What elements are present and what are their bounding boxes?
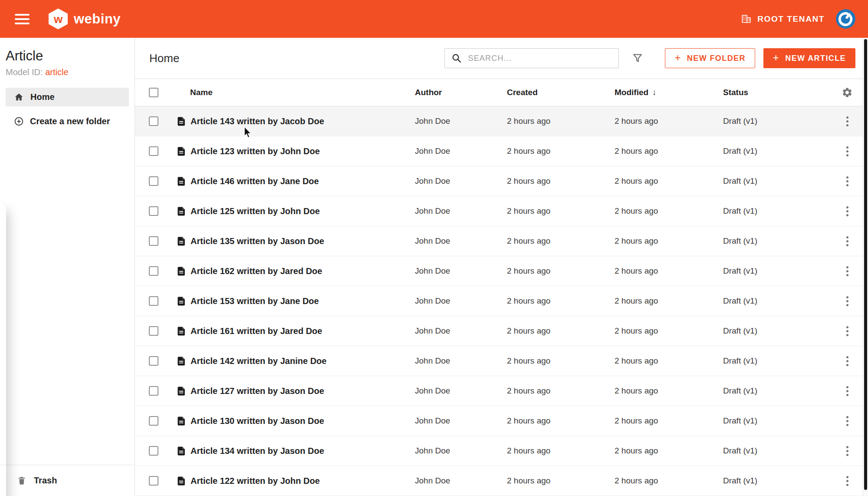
drawer-shadow — [0, 203, 6, 496]
sort-desc-icon: ↓ — [652, 88, 657, 97]
row-checkbox[interactable] — [149, 446, 158, 456]
trash-icon — [17, 476, 26, 486]
menu-icon[interactable] — [15, 14, 30, 24]
author-cell: John Doe — [415, 146, 507, 156]
status-cell: Draft (v1) — [723, 116, 832, 126]
column-header-author[interactable]: Author — [415, 88, 507, 97]
folder-title: Home — [149, 52, 179, 65]
model-id-value-link[interactable]: article — [45, 67, 68, 77]
create-folder-button[interactable]: Create a new folder — [6, 112, 129, 130]
row-menu-button[interactable] — [844, 443, 851, 459]
row-menu-button[interactable] — [844, 473, 851, 489]
row-menu-button[interactable] — [844, 294, 851, 309]
table-row[interactable]: Article 153 written by Jane Doe John Doe… — [135, 286, 868, 316]
webiny-logo[interactable]: w webiny — [49, 9, 121, 30]
row-checkbox[interactable] — [149, 386, 158, 396]
created-cell: 2 hours ago — [507, 176, 615, 186]
table-row[interactable]: Article 125 written by John Doe John Doe… — [135, 196, 868, 226]
table-row[interactable]: Article 127 written by Jason Doe John Do… — [135, 376, 868, 406]
article-name: Article 122 written by John Doe — [191, 476, 320, 486]
row-checkbox[interactable] — [149, 356, 158, 366]
article-name: Article 146 written by Jane Doe — [191, 176, 319, 186]
row-menu-button[interactable] — [844, 234, 851, 249]
status-cell: Draft (v1) — [723, 386, 832, 396]
modified-cell: 2 hours ago — [615, 266, 723, 276]
row-menu-button[interactable] — [844, 204, 851, 219]
new-article-button[interactable]: + NEW ARTICLE — [763, 48, 855, 68]
author-cell: John Doe — [415, 356, 507, 366]
modified-cell: 2 hours ago — [615, 146, 723, 156]
new-folder-button[interactable]: + NEW FOLDER — [665, 48, 755, 68]
row-checkbox[interactable] — [149, 206, 158, 216]
author-cell: John Doe — [415, 386, 507, 396]
created-cell: 2 hours ago — [507, 116, 615, 126]
document-icon — [176, 326, 187, 337]
author-cell: John Doe — [415, 296, 507, 306]
article-name: Article 161 written by Jared Doe — [191, 326, 322, 336]
user-avatar[interactable] — [836, 9, 855, 29]
article-name: Article 125 written by John Doe — [191, 206, 320, 216]
row-checkbox[interactable] — [149, 116, 158, 126]
article-name: Article 142 written by Janine Doe — [191, 356, 326, 366]
table-row[interactable]: Article 146 written by Jane Doe John Doe… — [135, 166, 868, 196]
row-checkbox[interactable] — [149, 236, 158, 246]
row-checkbox[interactable] — [149, 146, 158, 156]
row-menu-button[interactable] — [844, 114, 851, 129]
row-checkbox[interactable] — [149, 476, 158, 486]
select-all-checkbox[interactable] — [149, 88, 158, 97]
table-row[interactable]: Article 134 written by Jason Doe John Do… — [135, 436, 868, 466]
new-article-label: NEW ARTICLE — [785, 54, 846, 63]
webiny-hexagon-icon: w — [49, 9, 68, 30]
table-settings-gear-icon[interactable] — [842, 87, 853, 98]
status-cell: Draft (v1) — [723, 326, 832, 336]
table-row[interactable]: Article 130 written by Jason Doe John Do… — [135, 406, 868, 436]
webiny-wordmark: webiny — [74, 11, 121, 27]
table-row[interactable]: Article 135 written by Jason Doe John Do… — [135, 226, 868, 256]
table-row[interactable]: Article 122 written by John Doe John Doe… — [135, 466, 868, 496]
sidebar: Article Model ID: article Home Create a … — [0, 38, 135, 496]
row-menu-button[interactable] — [844, 144, 851, 159]
article-name: Article 135 written by Jason Doe — [191, 236, 324, 246]
document-icon — [176, 416, 187, 427]
row-menu-button[interactable] — [844, 174, 851, 189]
row-menu-button[interactable] — [844, 384, 851, 399]
column-header-created[interactable]: Created — [507, 88, 615, 97]
status-cell: Draft (v1) — [723, 356, 832, 366]
column-header-name[interactable]: Name — [166, 88, 415, 97]
author-cell: John Doe — [415, 446, 507, 456]
column-header-status[interactable]: Status — [723, 88, 832, 97]
status-cell: Draft (v1) — [723, 476, 832, 486]
model-title: Article — [6, 48, 129, 64]
row-menu-button[interactable] — [844, 354, 851, 369]
trash-button[interactable]: Trash — [0, 465, 135, 496]
table-row[interactable]: Article 161 written by Jared Doe John Do… — [135, 316, 868, 346]
author-cell: John Doe — [415, 326, 507, 336]
search-input[interactable] — [468, 54, 612, 63]
row-checkbox[interactable] — [149, 266, 158, 276]
author-cell: John Doe — [415, 176, 507, 186]
modified-cell: 2 hours ago — [615, 476, 723, 486]
search-icon — [451, 53, 462, 63]
status-cell: Draft (v1) — [723, 206, 832, 216]
row-checkbox[interactable] — [149, 296, 158, 306]
content-toolbar: Home + NEW FOLDER + NEW ARTICLE — [135, 38, 868, 79]
table-row[interactable]: Article 142 written by Janine Doe John D… — [135, 346, 868, 376]
table-row[interactable]: Article 162 written by Jared Doe John Do… — [135, 256, 868, 286]
row-menu-button[interactable] — [844, 413, 851, 429]
row-checkbox[interactable] — [149, 416, 158, 426]
modified-cell: 2 hours ago — [615, 356, 723, 366]
table-row[interactable]: Article 143 written by Jacob Doe John Do… — [135, 106, 868, 136]
sidebar-item-home[interactable]: Home — [6, 88, 129, 106]
row-menu-button[interactable] — [844, 264, 851, 279]
column-header-modified[interactable]: Modified ↓ — [615, 88, 723, 97]
tenant-selector[interactable]: ROOT TENANT — [741, 13, 825, 24]
filter-button[interactable] — [630, 51, 645, 66]
status-cell: Draft (v1) — [723, 446, 832, 456]
scrollbar-thumb[interactable] — [864, 39, 867, 490]
row-checkbox[interactable] — [149, 326, 158, 336]
row-checkbox[interactable] — [149, 176, 158, 186]
modified-cell: 2 hours ago — [615, 446, 723, 456]
row-menu-button[interactable] — [844, 324, 851, 339]
created-cell: 2 hours ago — [507, 416, 615, 426]
table-row[interactable]: Article 123 written by John Doe John Doe… — [135, 136, 868, 166]
